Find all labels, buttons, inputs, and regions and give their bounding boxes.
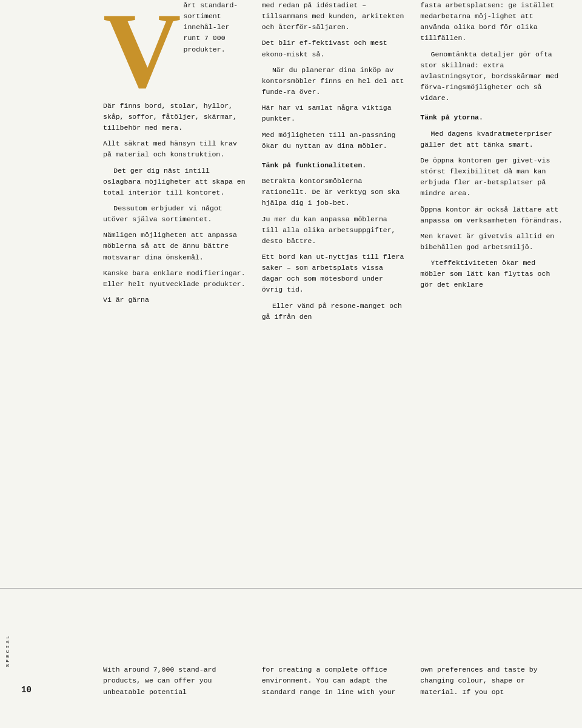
page-number: 10: [21, 685, 32, 695]
bottom-section: With around 7,000 stand-ard products, we…: [103, 664, 564, 698]
col2-p4: Här har vi samlat några viktiga punkter.: [262, 102, 406, 124]
col2-p10: Eller vänd på resone-manget och gå ifrån…: [262, 301, 406, 322]
column-2: med redan på idéstadiet – tillsammans me…: [262, 0, 406, 589]
divider-line: [0, 588, 582, 589]
col1-p2: Allt säkrat med hänsyn till krav på mate…: [103, 138, 247, 160]
col2-p3: När du planerar dina inköp av kontorsmöb…: [262, 65, 406, 98]
col3-p4: De öppna kontoren ger givet-vis störst f…: [420, 155, 564, 199]
col3-p6: Men kravet är givetvis alltid en bibehål…: [420, 231, 564, 253]
col2-p8: Ju mer du kan anpassa möblerna till alla…: [262, 214, 406, 247]
col1-intro-text: årt standard-sortiment innehål-ler runt …: [184, 1, 238, 53]
col3-p2: Genomtänkta detaljer gör ofta stor skill…: [420, 49, 564, 104]
col1-p7: Vi är gärna: [103, 295, 247, 306]
side-label: SPECIAL: [5, 634, 10, 667]
bottom-col1-text: With around 7,000 stand-ard products, we…: [103, 664, 247, 698]
col3-heading1: Tänk på ytorna.: [420, 112, 564, 123]
col1-p6: Kanske bara enklare modifieringar. Eller…: [103, 268, 247, 290]
col1-p5: Nämligen möjligheten att anpassa möblern…: [103, 230, 247, 262]
col3-p3: Med dagens kvadratmeterpriser gäller det…: [420, 129, 564, 150]
bottom-col2-text: for creating a complete office environme…: [262, 664, 406, 698]
col3-p5: Öppna kontor är också lättare att anpass…: [420, 204, 564, 226]
col1-p3: Det ger dig näst intill oslagbara möjlig…: [103, 165, 247, 198]
bottom-col-3: own preferences and taste by changing co…: [420, 664, 564, 698]
bottom-col-2: for creating a complete office environme…: [262, 664, 406, 698]
bottom-col3-text: own preferences and taste by changing co…: [420, 664, 564, 698]
large-v-letter: V: [103, 1, 181, 101]
col3-p1: fasta arbetsplatsen: ge istället medarbe…: [420, 0, 564, 44]
col2-p2: Det blir ef-fektivast och mest ekono-mis…: [262, 38, 406, 59]
page: V årt standard-sortiment innehål-ler run…: [0, 0, 582, 728]
column-3: fasta arbetsplatsen: ge istället medarbe…: [420, 0, 564, 589]
col3-p7: Yteffektiviteten ökar med möbler som lät…: [420, 258, 564, 290]
col2-heading1: Tänk på funktionaliteten.: [262, 160, 406, 171]
col1-p4: Dessutom erbjuder vi något utöver själva…: [103, 203, 247, 225]
col2-p5: Med möjligheten till an-passning ökar du…: [262, 130, 406, 152]
col2-p9: Ett bord kan ut-nyttjas till flera saker…: [262, 252, 406, 296]
col2-p1: med redan på idéstadiet – tillsammans me…: [262, 0, 406, 33]
bottom-col-1: With around 7,000 stand-ard products, we…: [103, 664, 247, 698]
column-1: V årt standard-sortiment innehål-ler run…: [103, 0, 247, 589]
